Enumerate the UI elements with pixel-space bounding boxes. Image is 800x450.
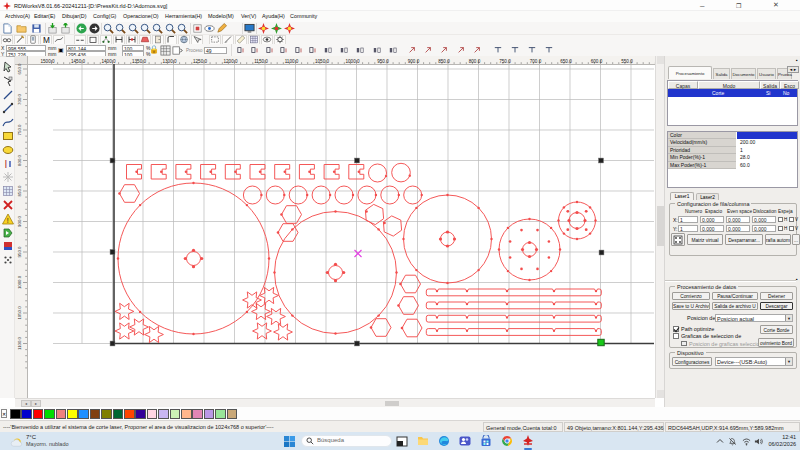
svg-text:900.0: 900.0 [408, 59, 420, 64]
svg-text:850.0: 850.0 [17, 185, 22, 196]
svg-text:1250.0: 1250.0 [193, 59, 207, 64]
svg-text:750.0: 750.0 [17, 124, 22, 135]
svg-text:950.0: 950.0 [17, 246, 22, 257]
svg-text:600.0: 600.0 [591, 59, 603, 64]
svg-text:900.0: 900.0 [17, 216, 22, 227]
svg-text:M: M [43, 36, 50, 45]
svg-text:I: I [4, 159, 7, 170]
svg-text:1350.0: 1350.0 [132, 59, 146, 64]
svg-text:1200.0: 1200.0 [223, 59, 237, 64]
svg-text:!: ! [6, 217, 8, 224]
svg-text:800.0: 800.0 [469, 59, 481, 64]
svg-text:1500.0: 1500.0 [40, 59, 54, 64]
svg-text:1450.0: 1450.0 [71, 59, 85, 64]
svg-text:850.0: 850.0 [438, 59, 450, 64]
svg-text:700.0: 700.0 [530, 59, 542, 64]
svg-text:1000.0: 1000.0 [345, 59, 359, 64]
svg-text:950.0: 950.0 [377, 59, 389, 64]
svg-text:750.0: 750.0 [499, 59, 511, 64]
svg-text:800.0: 800.0 [17, 155, 22, 166]
svg-text:1050.0: 1050.0 [315, 59, 329, 64]
svg-text:1100.0: 1100.0 [285, 59, 299, 64]
svg-text:650.0: 650.0 [17, 63, 22, 74]
svg-text:1400.0: 1400.0 [101, 59, 115, 64]
svg-text:1050.0: 1050.0 [17, 306, 22, 320]
svg-text:1000.0: 1000.0 [17, 275, 22, 289]
svg-text:550.0: 550.0 [621, 59, 633, 64]
svg-text:1100.0: 1100.0 [17, 336, 22, 349]
svg-text:700.0: 700.0 [17, 94, 22, 105]
svg-text:650.0: 650.0 [560, 59, 572, 64]
svg-text:1150.0: 1150.0 [254, 59, 268, 64]
svg-text:1300.0: 1300.0 [162, 59, 176, 64]
